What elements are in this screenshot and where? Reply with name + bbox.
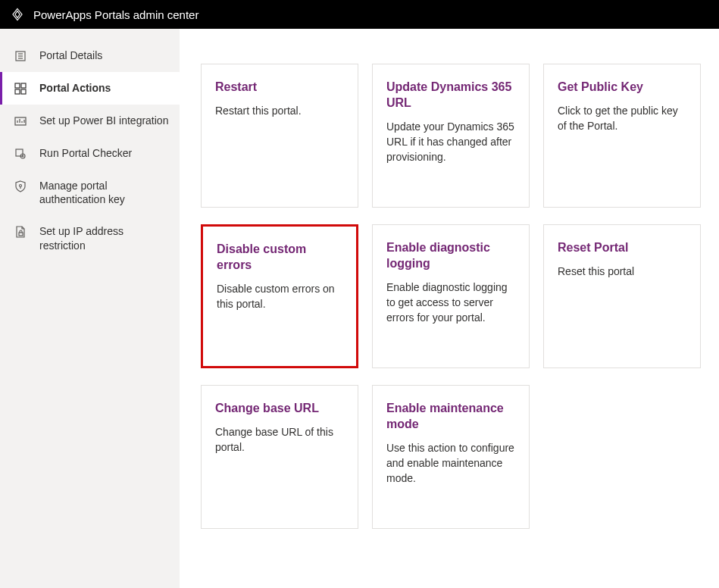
bar-chart-icon bbox=[14, 114, 27, 128]
app-title: PowerApps Portals admin center bbox=[33, 8, 199, 21]
svg-rect-4 bbox=[15, 83, 20, 88]
sidebar-item-label: Portal Actions bbox=[39, 81, 111, 95]
action-card-grid: Restart Restart this portal. Update Dyna… bbox=[201, 64, 701, 529]
card-title: Update Dynamics 365 URL bbox=[386, 80, 515, 111]
svg-rect-7 bbox=[21, 89, 26, 94]
main-content: Restart Restart this portal. Update Dyna… bbox=[180, 29, 719, 588]
details-icon bbox=[14, 49, 27, 63]
svg-rect-6 bbox=[15, 89, 20, 94]
card-desc: Change base URL of this portal. bbox=[215, 424, 344, 455]
card-desc: Disable custom errors on this portal. bbox=[217, 281, 342, 312]
svg-rect-13 bbox=[16, 149, 23, 156]
checker-icon bbox=[14, 147, 27, 161]
card-title: Get Public Key bbox=[558, 80, 686, 95]
card-title: Enable diagnostic logging bbox=[386, 240, 515, 272]
svg-rect-17 bbox=[19, 233, 23, 236]
card-desc: Reset this portal bbox=[558, 264, 686, 279]
card-title: Disable custom errors bbox=[217, 242, 342, 274]
svg-rect-5 bbox=[21, 83, 26, 88]
file-lock-icon bbox=[14, 225, 27, 239]
sidebar-item-label: Set up IP address restriction bbox=[39, 224, 170, 252]
sidebar-item-label: Portal Details bbox=[39, 48, 102, 62]
sidebar-item-label: Manage portal authentication key bbox=[39, 179, 170, 206]
card-get-public-key[interactable]: Get Public Key Click to get the public k… bbox=[543, 64, 701, 208]
powerapps-logo-icon bbox=[11, 8, 24, 21]
sidebar-item-label: Set up Power BI integration bbox=[39, 114, 168, 127]
card-title: Change base URL bbox=[215, 401, 344, 417]
card-desc: Update your Dynamics 365 URL if it has c… bbox=[386, 119, 515, 165]
card-title: Enable maintenance mode bbox=[386, 401, 515, 433]
sidebar: Portal Details Portal Actions Set up Pow… bbox=[0, 29, 180, 588]
sidebar-item-portal-checker[interactable]: Run Portal Checker bbox=[0, 137, 180, 170]
shield-icon bbox=[14, 180, 27, 193]
sidebar-item-power-bi[interactable]: Set up Power BI integration bbox=[0, 105, 180, 137]
card-title: Reset Portal bbox=[558, 240, 686, 256]
card-desc: Use this action to configure and enable … bbox=[386, 440, 515, 486]
sidebar-item-label: Run Portal Checker bbox=[39, 146, 132, 160]
card-reset-portal[interactable]: Reset Portal Reset this portal bbox=[543, 224, 701, 368]
card-update-url[interactable]: Update Dynamics 365 URL Update your Dyna… bbox=[372, 64, 530, 208]
card-desc: Restart this portal. bbox=[215, 103, 344, 118]
card-disable-custom-errors[interactable]: Disable custom errors Disable custom err… bbox=[201, 224, 358, 368]
card-desc: Click to get the public key of the Porta… bbox=[558, 103, 686, 134]
sidebar-item-auth-key[interactable]: Manage portal authentication key bbox=[0, 170, 180, 215]
card-title: Restart bbox=[215, 80, 344, 95]
card-change-base-url[interactable]: Change base URL Change base URL of this … bbox=[201, 385, 358, 529]
sidebar-item-ip-restriction[interactable]: Set up IP address restriction bbox=[0, 215, 180, 261]
sidebar-item-portal-actions[interactable]: Portal Actions bbox=[0, 72, 180, 105]
top-bar: PowerApps Portals admin center bbox=[0, 0, 719, 29]
card-enable-diagnostic-logging[interactable]: Enable diagnostic logging Enable diagnos… bbox=[372, 224, 530, 368]
svg-point-15 bbox=[20, 185, 22, 187]
actions-icon bbox=[14, 82, 27, 95]
sidebar-item-portal-details[interactable]: Portal Details bbox=[0, 39, 180, 72]
card-desc: Enable diagnostic logging to get access … bbox=[386, 280, 515, 326]
card-enable-maintenance-mode[interactable]: Enable maintenance mode Use this action … bbox=[372, 385, 530, 529]
card-restart[interactable]: Restart Restart this portal. bbox=[201, 64, 358, 208]
